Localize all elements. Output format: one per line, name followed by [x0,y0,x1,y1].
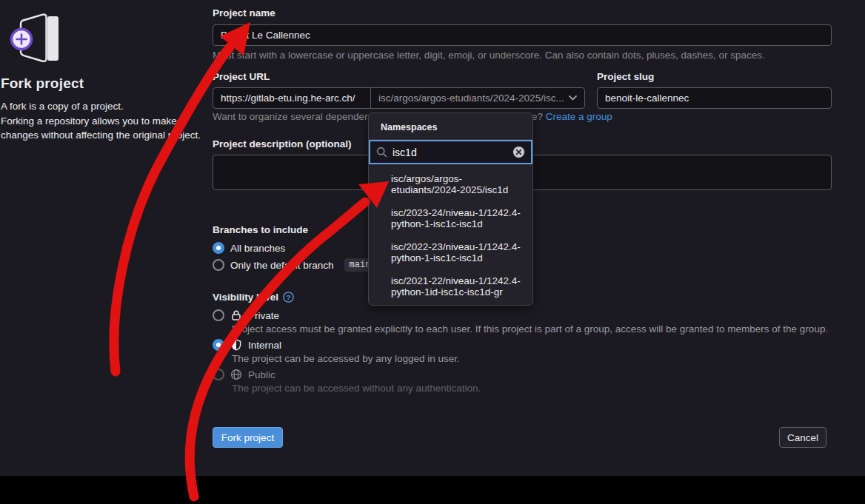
namespace-select-value: isc/argos/argos-etudiants/2024-2025/isc.… [378,93,569,104]
radio-public[interactable] [213,369,224,380]
project-name-help: Must start with a lowercase or uppercase… [213,50,765,61]
fork-project-button[interactable]: Fork project [213,427,283,448]
branch-option-label: All branches [230,243,285,254]
public-description: The project can be accessed without any … [232,383,481,394]
lock-icon [230,309,242,321]
help-icon[interactable]: ? [283,292,294,305]
visibility-option-label: Public [248,369,275,380]
sidebar-description-line: A fork is a copy of a project. [1,99,202,114]
namespace-list-item[interactable]: isc/argos/argos-etudiants/2024-2025/isc1… [369,167,532,201]
visibility-option-public[interactable]: Public [213,369,275,380]
clear-search-icon[interactable] [512,146,525,158]
namespace-list-item[interactable]: isc/2023-24/niveau-1/1242.4-python-1-isc… [369,201,532,235]
visibility-option-internal[interactable]: Internal [213,339,281,351]
branch-option-label: Only the default branch [230,260,334,271]
private-description: Project access must be granted explicitl… [232,323,828,335]
globe-icon [230,369,242,380]
internal-description: The project can be accessed by any logge… [232,353,460,364]
namespace-search-input[interactable] [393,147,507,158]
sidebar-description-line: Forking a repository allows you to make … [1,114,202,143]
search-icon [376,147,387,158]
namespace-list: isc/argos/argos-etudiants/2024-2025/isc1… [369,164,532,303]
visibility-option-private[interactable]: Private [213,309,279,321]
shield-icon [230,339,242,351]
branch-option-all[interactable]: All branches [213,242,285,254]
radio-default-branch[interactable] [213,259,224,271]
radio-all-branches[interactable] [213,242,224,254]
cancel-button[interactable]: Cancel [779,427,826,448]
radio-internal[interactable] [213,339,224,351]
project-name-input[interactable] [213,24,832,46]
namespace-list-item[interactable]: isc/2021-22/niveau-1/1242.4-python-1id-i… [369,269,532,303]
project-url-label: Project URL [213,71,270,82]
project-url-base-input[interactable] [213,87,371,109]
fork-project-page: Fork project A fork is a copy of a proje… [0,0,865,504]
branch-option-default[interactable]: Only the default branch main [213,258,375,272]
project-slug-label: Project slug [597,71,654,82]
visibility-option-label: Internal [248,340,281,351]
create-group-link[interactable]: Create a group [546,111,612,122]
project-description-label: Project description (optional) [213,138,352,149]
sidebar: Fork project A fork is a copy of a proje… [1,4,202,143]
branches-label: Branches to include [213,224,308,235]
project-name-label: Project name [213,7,275,19]
sidebar-title: Fork project [1,75,202,92]
namespace-list-item[interactable]: isc/2022-23/niveau-1/1242.4-python-1-isc… [369,235,532,269]
fork-illustration-icon [5,4,64,65]
radio-private[interactable] [213,309,224,321]
namespace-search [369,140,532,164]
chevron-down-icon [569,95,577,101]
visibility-label: Visibility level? [213,292,294,305]
namespaces-dropdown-title: Namespaces [369,113,532,140]
visibility-option-label: Private [248,310,279,321]
project-slug-input[interactable] [597,87,832,109]
svg-text:?: ? [287,293,291,301]
page-background: Fork project A fork is a copy of a proje… [0,0,865,476]
namespace-select[interactable]: isc/argos/argos-etudiants/2024-2025/isc.… [370,87,585,109]
bottom-black-strip [0,476,865,504]
namespaces-dropdown: Namespaces isc/argos/argos-etudiants/202… [368,112,533,306]
